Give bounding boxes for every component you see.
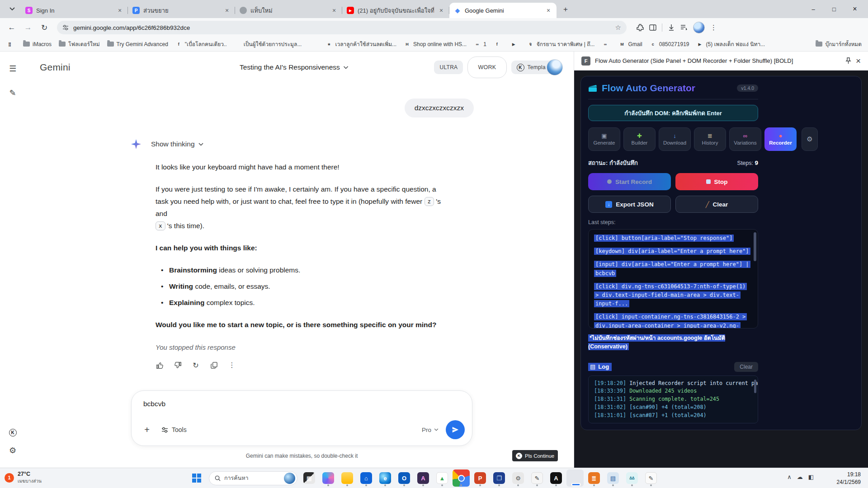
pin-icon[interactable]	[845, 57, 851, 64]
panel-tab[interactable]: ● Recorder	[764, 127, 797, 151]
taskbar-app-icon[interactable]: ⚙	[509, 469, 527, 487]
taskbar-clock[interactable]: 19:18 24/1/2569	[837, 471, 861, 486]
stop-button[interactable]: Stop	[675, 173, 758, 190]
taskbar-app-icon[interactable]: A	[547, 469, 565, 487]
conversation-title-dropdown[interactable]: Testing the AI's Responsiveness	[240, 63, 349, 71]
tools-button[interactable]: Tools	[161, 426, 187, 433]
tray-icon[interactable]: ∧	[787, 474, 792, 480]
side-panel-close-icon[interactable]: ×	[856, 56, 861, 66]
work-pill[interactable]: WORK	[467, 56, 506, 78]
bookmark-item[interactable]: ▶	[510, 41, 520, 47]
downloads-icon[interactable]	[668, 24, 675, 31]
menu-hamburger-icon[interactable]: ☰	[4, 60, 22, 78]
tab-close-icon[interactable]: ×	[223, 7, 231, 14]
scrollbar-thumb[interactable]	[754, 232, 756, 261]
more-options-icon[interactable]: ⋮	[225, 358, 239, 372]
step-entry[interactable]: [keydown] div[aria-label="Enter a prompt…	[594, 247, 751, 256]
browser-tab[interactable]: S Sign In ×	[21, 3, 128, 18]
browser-tab[interactable]: ◆ Google Gemini ×	[449, 3, 557, 18]
bookmark-item[interactable]: ▶ (5) เพลงเด็ก พ่อแง่ นิทา...	[697, 40, 765, 48]
taskbar-app-icon[interactable]: P	[472, 469, 489, 487]
taskbar-app-icon[interactable]	[320, 469, 337, 487]
reload-button[interactable]: ↻	[37, 20, 52, 35]
steps-list[interactable]: [click] button[aria-label="Stop response…	[588, 229, 758, 328]
bookmark-item[interactable]: จ จักรยาน ราคาพิเศษ | ถึ...	[527, 40, 595, 48]
bookmark-item[interactable]: ⣿	[6, 41, 16, 47]
kebab-menu-icon[interactable]: ⋮	[710, 23, 717, 32]
clear-steps-button[interactable]: ╱ Clear	[675, 196, 758, 213]
taskbar-app-icon[interactable]	[339, 469, 356, 487]
tab-close-icon[interactable]: ×	[116, 7, 123, 14]
browser-tab[interactable]: แท็บใหม่ ×	[235, 3, 342, 18]
browser-tab[interactable]: P ส่วนขยาย ×	[128, 3, 235, 18]
tray-icon[interactable]: ◧	[808, 474, 814, 480]
copy-icon[interactable]	[207, 358, 221, 372]
bookmark-item[interactable]: ★ เวลาลูกค้าใช้ส่วนลดเพิ่ม...	[326, 40, 396, 48]
url-text[interactable]: gemini.google.com/app/6c26f6286b932dce	[73, 24, 611, 31]
taskbar-app-icon[interactable]: ⌂	[358, 469, 375, 487]
all-bookmarks-folder[interactable]: บุ๊กมาร์กทั้งหมด	[816, 40, 862, 48]
step-entry[interactable]: [click] div.ng-tns-c631064513-7:nth-of-t…	[594, 282, 751, 309]
step-entry[interactable]: [input] div[aria-label="Enter a prompt h…	[594, 260, 751, 277]
taskbar-app-icon[interactable]: ▲	[434, 469, 451, 487]
bookmark-item[interactable]: โฟลเดอร์ใหม่	[59, 40, 100, 48]
start-record-button[interactable]: Start Record	[588, 173, 671, 190]
bookmark-item[interactable]: ∞	[602, 41, 611, 47]
taskbar-app-icon[interactable]: ✎	[528, 469, 546, 487]
address-bar[interactable]: gemini.google.com/app/6c26f6286b932dce ☆	[57, 21, 627, 34]
window-close-button[interactable]: ×	[844, 0, 865, 18]
taskbar-app-icon[interactable]: O	[396, 469, 413, 487]
new-chat-icon[interactable]: ✎	[4, 84, 22, 102]
scrollbar-thumb[interactable]	[754, 380, 756, 393]
template-pill[interactable]: K Templa	[511, 61, 559, 74]
playlist-icon[interactable]	[680, 24, 688, 31]
bookmark-item[interactable]: M Gmail	[618, 41, 642, 47]
step-entry[interactable]: [click] input-container.ng-tns-c38168431…	[594, 313, 751, 328]
bookmark-item[interactable]: เป็นผู้ใช้ด้วยการประมูล...	[234, 40, 302, 48]
thumbs-down-icon[interactable]	[171, 358, 184, 372]
start-button[interactable]	[188, 469, 206, 487]
pls-continue-badge[interactable]: K Pls Continue	[512, 450, 558, 461]
panel-tab[interactable]: ∞ Variations	[729, 127, 761, 151]
export-json-button[interactable]: ↓ Export JSON	[588, 196, 671, 213]
bookmark-item[interactable]: f "เบื่อโลกคนเดียว..	[175, 40, 227, 48]
log-clear-button[interactable]: Clear	[734, 362, 758, 372]
taskbar-app-icon[interactable]: ∆∆	[623, 469, 641, 487]
tab-search-button[interactable]	[5, 2, 19, 16]
bookmark-item[interactable]: ∞ 1	[474, 41, 486, 47]
bookmark-item[interactable]: Try Gemini Advanced	[107, 41, 168, 47]
taskbar-app-icon[interactable]: e	[377, 469, 394, 487]
taskbar-app-icon[interactable]: ▤	[604, 469, 622, 487]
taskbar-app-icon[interactable]: ▦	[301, 469, 318, 487]
tab-close-icon[interactable]: ×	[438, 7, 445, 14]
bookmark-item[interactable]: c 0850271919	[650, 41, 689, 47]
thumbs-up-icon[interactable]	[153, 358, 166, 372]
k-extension-icon[interactable]: K	[4, 423, 22, 441]
bookmark-item[interactable]: H Shop online with HS...	[404, 41, 467, 47]
new-tab-button[interactable]: +	[559, 3, 572, 16]
gemini-logo[interactable]: Gemini	[40, 62, 71, 73]
taskbar-app-icon[interactable]: A	[415, 469, 432, 487]
bookmark-star-icon[interactable]: ☆	[615, 23, 621, 32]
tab-close-icon[interactable]: ×	[330, 7, 338, 14]
prompt-composer[interactable]: bcbcvb + Tools Pro	[131, 390, 472, 446]
settings-gear-icon[interactable]: ⚙	[4, 441, 22, 460]
browser-tab[interactable]: ▶ (21) อยู่กับปัจจุบันขณะเพื่อใจที่เป็นส…	[342, 3, 449, 18]
tab-close-icon[interactable]: ×	[545, 7, 552, 14]
taskbar-app-icon[interactable]	[453, 469, 470, 487]
panel-settings-gear-icon[interactable]: ⚙	[802, 127, 818, 151]
extensions-puzzle-icon[interactable]	[637, 24, 644, 31]
profile-avatar[interactable]	[693, 22, 705, 33]
tray-icon[interactable]: ☁	[797, 474, 803, 480]
panel-tab[interactable]: ▣ Generate	[588, 127, 620, 151]
taskbar-app-icon[interactable]: ✎	[642, 469, 660, 487]
profile-picture[interactable]	[547, 59, 563, 75]
panel-tab[interactable]: ✚ Builder	[623, 127, 656, 151]
taskbar-search[interactable]: การค้นหา	[209, 471, 297, 485]
panel-tab[interactable]: ≣ History	[694, 127, 726, 151]
search-highlight-image[interactable]	[284, 473, 295, 484]
taskbar-app-icon[interactable]: ❐	[491, 469, 508, 487]
model-selector[interactable]: Pro	[422, 427, 439, 433]
regenerate-icon[interactable]: ↻	[189, 358, 203, 372]
taskbar-app-icon[interactable]	[566, 469, 584, 487]
